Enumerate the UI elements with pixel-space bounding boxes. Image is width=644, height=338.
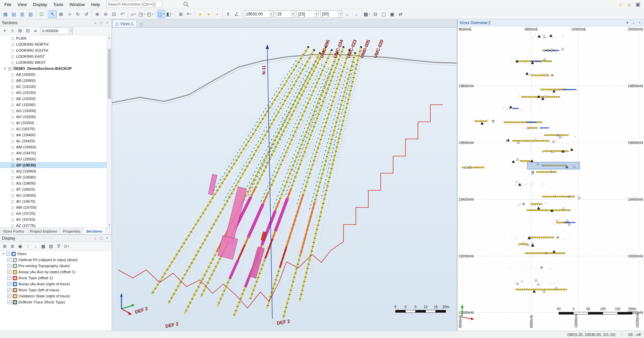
section-width-back-combo[interactable]: ▼	[297, 10, 319, 18]
section-item-looking[interactable]: ◫LOOKING EAST	[0, 53, 107, 59]
pin-button[interactable]: ⊥	[93, 236, 98, 241]
zoom-extents-icon[interactable]: ⊡	[110, 10, 118, 18]
light-2-icon[interactable]: ●	[205, 10, 213, 18]
section-view-svg[interactable]: N-11UMC-095UMC-034UMC-023UMD-005UMC-020D…	[112, 28, 457, 331]
menu-window[interactable]: Window	[66, 1, 88, 8]
zoom-out-icon[interactable]: ⊖	[102, 10, 110, 18]
prev-grid-icon[interactable]: ⊞	[16, 28, 24, 34]
section-item-ac[interactable]: ◫AC (19100)	[0, 84, 107, 90]
layer-list-icon[interactable]: ≣	[9, 243, 16, 250]
search-box[interactable]	[106, 1, 162, 8]
default-views-icon[interactable]: ◰▼	[146, 10, 154, 18]
layer-item[interactable]: ✓▦Oxidation State (right of trace)	[0, 293, 112, 299]
section-item-ab[interactable]: ◫AB (18900)	[0, 78, 107, 84]
origin-icon[interactable]: ⌖	[1, 28, 8, 34]
section-item-ay[interactable]: ◫AY (19750)	[0, 216, 107, 223]
section-item-ag[interactable]: ◫AG (19300)	[0, 108, 107, 114]
layer-item[interactable]: ✓▦Rock Type (left of trace)	[0, 287, 112, 293]
section-item-ao[interactable]: ◫AO (19500)	[0, 156, 107, 162]
menu-file[interactable]: File	[1, 1, 14, 8]
checkbox-checked[interactable]: ✓	[7, 282, 11, 286]
section-item-aj[interactable]: ◫AJ (19375)	[0, 126, 107, 132]
visibility-icon[interactable]: ◉	[16, 243, 24, 250]
tile-viewports-icon[interactable]: ▣	[388, 10, 396, 18]
section-item-al[interactable]: ◫AL (19425)	[0, 138, 107, 144]
pin-button[interactable]: ⊥	[93, 20, 98, 25]
macro-icon[interactable]: ▧	[26, 10, 35, 18]
menu-help[interactable]: Help	[88, 1, 103, 8]
checkbox-checked[interactable]: ✓	[7, 258, 11, 262]
plot-file-icon[interactable]: ▤	[10, 10, 18, 18]
new-viewport-icon[interactable]: ▢	[380, 10, 388, 18]
monitor-icon[interactable]: ▣	[635, 1, 641, 8]
close-button[interactable]: ×	[105, 20, 110, 25]
light-3-icon[interactable]: ●	[213, 10, 221, 18]
look-direction-icon[interactable]: ◳▼	[138, 10, 146, 18]
copy-view-icon[interactable]: ⊟	[371, 10, 379, 18]
sync-views-icon[interactable]: ⇄	[396, 10, 405, 18]
section-mode-icon[interactable]: ◫▼	[157, 10, 165, 18]
section-width-forward-combo-input[interactable]	[321, 12, 338, 16]
current-section-highlight[interactable]	[527, 162, 579, 169]
plan-view-icon[interactable]: ▱▼	[129, 10, 138, 18]
overview-svg[interactable]: 9600mE9800mE10000mE20000mN19800mN19800mN…	[458, 27, 644, 331]
next-section-icon[interactable]: →	[352, 10, 360, 18]
scroll-down-button[interactable]: ▼	[107, 223, 112, 228]
section-item-ah[interactable]: ◫AH (19330)	[0, 114, 107, 120]
move-layer-down-icon[interactable]: ↓	[32, 243, 39, 250]
tab-properties[interactable]: Properties	[60, 228, 84, 234]
group-layers-icon[interactable]: ▩	[40, 243, 47, 250]
section-item-aq[interactable]: ◫AQ (19560)	[0, 168, 107, 174]
section-item-aw[interactable]: ◫AW (19700)	[0, 204, 107, 210]
section-item-plan[interactable]: ◫PLAN	[0, 35, 107, 41]
tree-scrollbar[interactable]: ▲▼	[107, 35, 112, 228]
close-button[interactable]: ×	[105, 236, 110, 241]
scroll-thumb[interactable]	[108, 49, 111, 99]
file-editor-icon[interactable]: ▥	[18, 10, 26, 18]
tab-project-explorer[interactable]: Project Explorer	[27, 228, 60, 234]
section-item-ae[interactable]: ◫AE (19200)	[0, 96, 107, 102]
section-item-ap[interactable]: ◫AP (19530)	[0, 162, 107, 168]
tab-sections[interactable]: Sections	[84, 228, 105, 234]
section-width-back-combo-input[interactable]	[297, 12, 315, 16]
smiley-feedback-icon[interactable]: ☺	[617, 1, 624, 8]
vertical-exaggeration-icon[interactable]: ⇕	[224, 10, 232, 18]
section-item-looking[interactable]: ◫LOOKING WEST	[0, 59, 107, 65]
vizex-forms-icon[interactable]: ▦	[1, 10, 9, 18]
section-item-af[interactable]: ◫AF (19260)	[0, 102, 107, 108]
section-item-ar[interactable]: ◫AR (19580)	[0, 174, 107, 180]
previous-view-icon[interactable]: ↶	[118, 10, 126, 18]
section-item-ax[interactable]: ◫AX (19725)	[0, 210, 107, 216]
chevron-down-icon[interactable]: ▼	[291, 11, 294, 17]
world-icon[interactable]: ●	[32, 28, 39, 34]
float-button[interactable]: ▢	[99, 20, 104, 25]
select-cursor-icon[interactable]: ↖	[49, 10, 57, 18]
snap-mode-icon[interactable]: ⌖▼	[185, 10, 193, 18]
checkbox-checked[interactable]: ✓	[6, 252, 10, 256]
legend-icon[interactable]: ▤	[47, 243, 55, 250]
overview-canvas[interactable]: 9600mE9800mE10000mE20000mN19800mN19800mN…	[458, 27, 644, 331]
section-view-canvas[interactable]: N-11UMC-095UMC-034UMC-023UMD-005UMC-020D…	[112, 28, 457, 331]
section-item-ad[interactable]: ◫AD (19150)	[0, 90, 107, 96]
find-layer-icon[interactable]: ⊙▼	[63, 243, 70, 250]
grid-display-icon[interactable]: ⊞	[177, 10, 185, 18]
checkbox-checked[interactable]: ✓	[7, 294, 11, 298]
section-view-background[interactable]	[112, 28, 457, 331]
measure-icon[interactable]: ∠	[232, 10, 240, 18]
chevron-down-icon[interactable]: ▼	[69, 28, 72, 34]
rotation-input[interactable]	[41, 29, 69, 33]
section-item-as[interactable]: ◫AS (19600)	[0, 180, 107, 186]
layer-item[interactable]: ✓▦Pre-mining Topography (Auto)	[0, 263, 112, 269]
chevron-down-button[interactable]: ▼	[625, 20, 630, 25]
pick-section-icon[interactable]: ⊹	[9, 28, 16, 34]
section-item-looking[interactable]: ◫LOOKING NORTH	[0, 41, 107, 47]
layer-item[interactable]: ✓▦Assay (Au Ave by stats) (offset 1)	[0, 269, 112, 275]
section-item-an[interactable]: ◫AN (19475)	[0, 150, 107, 156]
zoom-window-icon[interactable]: ⊠	[57, 10, 65, 18]
rotation-combo[interactable]: ▼	[41, 28, 73, 34]
scroll-up-button[interactable]: ▲	[107, 35, 112, 40]
chevron-down-icon[interactable]: ▼	[315, 11, 318, 17]
overview-background[interactable]	[458, 27, 644, 331]
chevron-expanded-icon[interactable]: ▼	[1, 252, 5, 255]
display-layers-list[interactable]: ▼✓▣Vizex✓▦Optimal Pit (clipped to topo) …	[0, 251, 112, 331]
